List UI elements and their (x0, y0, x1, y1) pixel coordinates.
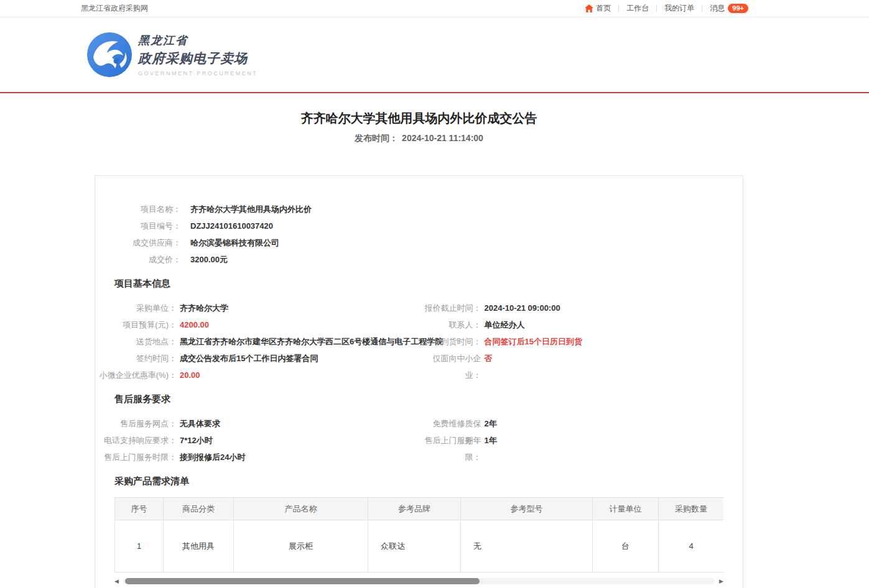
field-label: 项目预算(元)： (95, 316, 177, 333)
nav-separator (618, 5, 619, 12)
field-winning-supplier: 成交供应商： 哈尔滨晏锦科技有限公司 (95, 234, 743, 251)
field-value: 齐齐哈尔大学 (180, 300, 228, 316)
col-header-model: 参考型号 (461, 498, 593, 520)
after-sale-grid: 售后服务网点：无具体要求 免费维修质保期：2年 电话支持响应要求：7*12小时 … (95, 415, 743, 466)
field-label: 成交供应商： (95, 234, 181, 251)
nav-separator (702, 5, 702, 12)
site-name: 黑龙江省政府采购网 (81, 3, 148, 14)
field-label: 送货地点： (95, 333, 177, 350)
field-label: 项目编号： (95, 218, 181, 234)
nav-my-orders[interactable]: 我的订单 (664, 3, 694, 14)
site-header: 黑龙江省 政府采购电子卖场 GOVERNMENT PROCUREMENT (0, 17, 869, 93)
announcement-title: 齐齐哈尔大学其他用具场内外比价成交公告 (95, 110, 743, 126)
field-value: 7*12小时 (180, 432, 213, 449)
col-header-brand: 参考品牌 (368, 498, 461, 520)
field-value: 齐齐哈尔大学其他用具场内外比价 (190, 201, 312, 218)
cell-category: 其他用具 (164, 520, 234, 572)
field-label: 售后上门服务时限： (95, 449, 177, 466)
field-label: 成交价： (95, 251, 181, 268)
main-content: 齐齐哈尔大学其他用具场内外比价成交公告 发布时间：2024-10-21 11:1… (95, 110, 743, 588)
field-label: 报价截止时间： (419, 300, 481, 316)
after-sale-row: 售后服务网点：无具体要求 免费维修质保期：2年 (95, 415, 743, 432)
cell-product-name: 展示柜 (234, 520, 368, 572)
basic-info-grid: 采购单位：齐齐哈尔大学 报价截止时间：2024-10-21 09:00:00 项… (95, 300, 743, 384)
cell-unit: 台 (593, 520, 659, 572)
scrollbar-thumb[interactable] (125, 578, 480, 584)
table-horizontal-scrollbar[interactable]: ◀ ▶ (114, 577, 723, 585)
field-project-name: 项目名称： 齐齐哈尔大学其他用具场内外比价 (95, 201, 743, 218)
field-value-discount-rate: 20.00 (180, 367, 200, 384)
field-value: 无具体要求 (180, 415, 220, 432)
scroll-left-arrow-icon[interactable]: ◀ (114, 577, 123, 585)
col-header-category: 商品分类 (164, 498, 234, 520)
messages-count-badge: 99+ (728, 4, 748, 13)
nav-messages[interactable]: 消息 99+ (710, 3, 748, 14)
field-label: 小微企业优惠率(%)： (95, 367, 177, 384)
product-table-viewport: 序号 商品分类 产品名称 参考品牌 参考型号 计量单位 采购数量 1 其他用具 (114, 497, 723, 572)
summary-fields: 项目名称： 齐齐哈尔大学其他用具场内外比价 项目编号： DZJJ24101610… (95, 201, 743, 268)
field-value-budget: 4200.00 (180, 316, 209, 333)
field-label: 售后服务网点： (95, 415, 177, 432)
field-value: 成交公告发布后15个工作日内签署合同 (180, 350, 318, 367)
product-table: 序号 商品分类 产品名称 参考品牌 参考型号 计量单位 采购数量 1 其他用具 (114, 497, 723, 572)
col-header-quantity: 采购数量 (659, 498, 724, 520)
field-label: 项目名称： (95, 201, 181, 218)
field-value: 单位经办人 (485, 316, 525, 333)
scroll-right-arrow-icon[interactable]: ▶ (715, 577, 723, 585)
field-value: 接到报修后24小时 (180, 449, 245, 466)
nav-workbench-label: 工作台 (626, 3, 649, 14)
field-value: 黑龙江省齐齐哈尔市建华区齐齐哈尔大学西二区6号楼通信与电子工程学院 (180, 333, 443, 350)
cell-seq: 1 (115, 520, 164, 572)
announcement-card: 项目名称： 齐齐哈尔大学其他用具场内外比价 项目编号： DZJJ24101610… (95, 175, 743, 588)
dragon-logo-icon (87, 32, 132, 77)
logo-line3: GOVERNMENT PROCUREMENT (138, 70, 258, 76)
logo-text: 黑龙江省 政府采购电子卖场 GOVERNMENT PROCUREMENT (138, 33, 258, 76)
field-value: DZJJ24101610037420 (190, 218, 273, 234)
section-title-basic-info: 项目基本信息 (114, 277, 743, 290)
home-icon (585, 4, 593, 12)
topbar: 黑龙江省政府采购网 首页 工作台 我的订单 消息 99+ (0, 0, 869, 17)
nav-home-label: 首页 (596, 3, 611, 14)
nav-workbench[interactable]: 工作台 (626, 3, 649, 14)
table-header-row: 序号 商品分类 产品名称 参考品牌 参考型号 计量单位 采购数量 (115, 498, 724, 520)
nav-my-orders-label: 我的订单 (664, 3, 694, 14)
field-value-delivery-time: 合同签订后15个日历日到货 (485, 333, 582, 350)
field-label: 采购单位： (95, 300, 177, 316)
publish-time-value: 2024-10-21 11:14:00 (402, 133, 483, 143)
field-label: 免费维修质保期： (419, 415, 481, 432)
after-sale-row: 售后上门服务时限：接到报修后24小时 (95, 449, 743, 466)
field-project-number: 项目编号： DZJJ24101610037420 (95, 218, 743, 234)
field-label: 到货时间： (419, 333, 481, 350)
col-header-seq: 序号 (115, 498, 164, 520)
basic-info-row: 小微企业优惠率(%)：20.00 (95, 367, 743, 384)
basic-info-row: 送货地点：黑龙江省齐齐哈尔市建华区齐齐哈尔大学西二区6号楼通信与电子工程学院 到… (95, 333, 743, 350)
field-value: 2年 (485, 415, 497, 432)
site-logo[interactable]: 黑龙江省 政府采购电子卖场 GOVERNMENT PROCUREMENT (87, 32, 258, 77)
logo-line2: 政府采购电子卖场 (138, 50, 258, 67)
col-header-product-name: 产品名称 (234, 498, 368, 520)
field-value: 2024-10-21 09:00:00 (485, 300, 560, 316)
publish-time-label: 发布时间： (355, 133, 398, 143)
field-value: 3200.00元 (190, 251, 228, 268)
field-label: 售后上门服务年限： (419, 432, 481, 449)
field-label: 仅面向中小企业： (419, 350, 481, 367)
scrollbar-track[interactable] (123, 578, 715, 584)
nav-separator (656, 5, 657, 12)
col-header-unit: 计量单位 (593, 498, 659, 520)
publish-time: 发布时间：2024-10-21 11:14:00 (95, 132, 743, 144)
after-sale-row: 电话支持响应要求：7*12小时 售后上门服务年限：1年 (95, 432, 743, 449)
field-label: 电话支持响应要求： (95, 432, 177, 449)
basic-info-row: 签约时间：成交公告发布后15个工作日内签署合同 仅面向中小企业：否 (95, 350, 743, 367)
field-label: 签约时间： (95, 350, 177, 367)
logo-line1: 黑龙江省 (138, 33, 258, 48)
section-title-product-list: 采购产品需求清单 (114, 475, 743, 487)
field-value: 1年 (485, 432, 497, 449)
nav-messages-label: 消息 (710, 3, 725, 14)
table-row: 1 其他用具 展示柜 众联达 无 台 4 (115, 520, 724, 572)
nav-home[interactable]: 首页 (585, 3, 611, 14)
basic-info-row: 项目预算(元)：4200.00 联系人：单位经办人 (95, 316, 743, 333)
field-value: 哈尔滨晏锦科技有限公司 (190, 234, 279, 251)
field-value-sme-only: 否 (485, 350, 493, 367)
cell-model: 无 (461, 520, 593, 572)
section-title-after-sale: 售后服务要求 (114, 393, 743, 405)
